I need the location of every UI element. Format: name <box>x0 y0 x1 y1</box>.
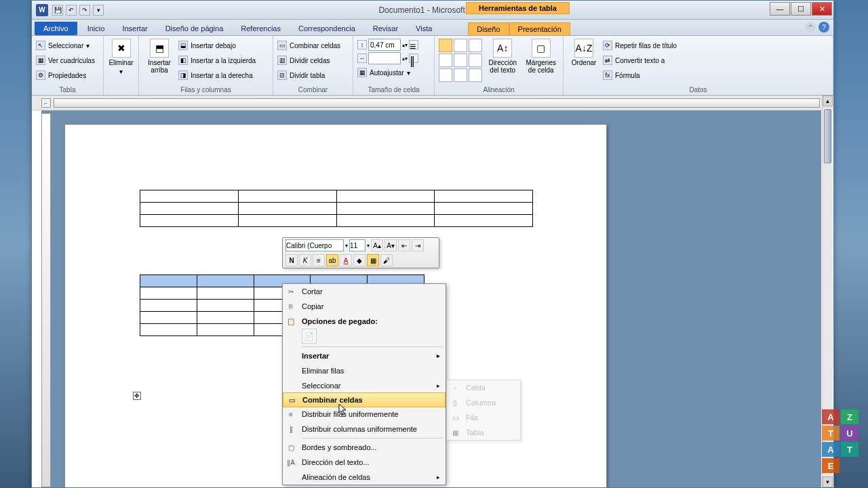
tab-vista[interactable]: Vista <box>407 22 441 35</box>
minimize-button[interactable]: — <box>770 2 790 16</box>
ctx-distribute-rows[interactable]: ≡Distribuir filas uniformemente <box>283 407 446 422</box>
insert-above-button[interactable]: ⬒ Insertar arriba <box>143 39 176 74</box>
ruler-corner[interactable]: ⌐ <box>41 98 51 108</box>
tab-referencias[interactable]: Referencias <box>232 22 290 35</box>
undo-icon[interactable]: ↶ <box>66 5 77 16</box>
ctx-insert[interactable]: Insertar▸ <box>283 348 446 363</box>
scroll-down-icon[interactable]: ▼ <box>823 476 833 487</box>
size-dropdown-icon[interactable]: ▾ <box>367 243 370 249</box>
tab-inicio[interactable]: Inicio <box>79 22 114 35</box>
border-icon[interactable]: ▦ <box>367 254 379 266</box>
submenu-row[interactable]: ▭Fila <box>447 410 520 425</box>
properties-button[interactable]: ⚙Propiedades <box>36 68 95 82</box>
insert-right-button[interactable]: ◨Insertar a la derecha <box>178 68 256 82</box>
align-bot-left[interactable] <box>439 68 452 82</box>
split-table-icon: ⊟ <box>277 70 287 80</box>
ctx-select[interactable]: Seleccionar▸ <box>283 378 446 393</box>
horizontal-ruler[interactable] <box>54 98 820 108</box>
tab-insertar[interactable]: Insertar <box>113 22 156 35</box>
ctx-delete-rows[interactable]: Eliminar filas <box>283 363 446 378</box>
insert-left-button[interactable]: ◧Insertar a la izquierda <box>178 54 256 67</box>
text-direction-button[interactable]: A↕ Dirección del texto <box>485 39 521 74</box>
window-controls: — ☐ ✕ <box>769 2 832 16</box>
scroll-thumb[interactable] <box>824 109 831 163</box>
ctx-borders[interactable]: ▢Bordes y sombreado... <box>283 440 446 455</box>
increase-indent-icon[interactable]: ⇥ <box>412 239 424 251</box>
delete-button[interactable]: ✖ Eliminar▾ <box>108 39 134 75</box>
ctx-copy[interactable]: ⎘Copiar <box>283 299 446 314</box>
format-painter-icon[interactable]: 🖌 <box>380 254 393 266</box>
formula-button[interactable]: fxFórmula <box>603 68 677 82</box>
grow-font-icon[interactable]: A▴ <box>371 239 383 251</box>
merge-icon: ▭ <box>286 394 297 405</box>
highlight-icon[interactable]: ab <box>326 254 338 266</box>
autofit-button[interactable]: ▦Autoajustar ▾ <box>357 66 418 79</box>
align-bot-right[interactable] <box>469 68 482 82</box>
merge-icon: ▭ <box>277 41 287 50</box>
tab-diseno-pagina[interactable]: Diseño de página <box>157 22 233 35</box>
help-icon[interactable]: ? <box>818 22 829 33</box>
shrink-font-icon[interactable]: A▾ <box>384 239 397 251</box>
dist-cols-icon[interactable]: ‖ <box>409 54 418 63</box>
italic-icon[interactable]: K <box>299 254 311 266</box>
tab-file[interactable]: Archivo <box>35 22 77 35</box>
ctx-distribute-cols[interactable]: ‖Distribuir columnas uniformemente <box>283 422 446 436</box>
ctx-merge-cells[interactable]: ▭Combinar celdas <box>283 392 446 407</box>
group-data: A↓Z Ordenar ⟳Repetir filas de título ⇄Co… <box>564 36 833 95</box>
document-table-1[interactable] <box>140 190 533 227</box>
redo-icon[interactable]: ↷ <box>79 5 90 16</box>
maximize-button[interactable]: ☐ <box>791 2 811 16</box>
table-move-handle[interactable]: ✥ <box>133 392 141 400</box>
group-tabla: ↖Seleccionar ▾ ▦Ver cuadrículas ⚙Propied… <box>32 36 104 95</box>
align-bot-center[interactable] <box>454 68 467 82</box>
split-cells-button[interactable]: ▥Dividir celdas <box>277 54 340 67</box>
table-icon: ▦ <box>450 427 460 438</box>
center-icon[interactable]: ≡ <box>313 254 325 266</box>
cell-margins-button[interactable]: ▢ Márgenes de celda <box>524 39 559 74</box>
align-mid-right[interactable] <box>469 54 482 67</box>
split-table-button[interactable]: ⊟Dividir tabla <box>277 68 340 82</box>
scroll-up-icon[interactable]: ▲ <box>823 96 833 106</box>
view-gridlines-button[interactable]: ▦Ver cuadrículas <box>36 54 95 67</box>
dist-rows-icon[interactable]: ≡ <box>409 40 418 49</box>
insert-below-button[interactable]: ⬓Insertar debajo <box>178 39 256 52</box>
submenu-column[interactable]: ▯Columna <box>447 395 520 410</box>
font-size-input[interactable] <box>349 239 366 251</box>
font-family-input[interactable] <box>285 239 344 251</box>
submenu-cell[interactable]: ▫Celda <box>447 380 520 395</box>
tab-diseno[interactable]: Diseño <box>468 22 509 35</box>
save-icon[interactable]: 💾 <box>52 5 63 16</box>
bold-icon[interactable]: N <box>285 254 298 266</box>
collapse-ribbon-icon[interactable]: ⌃ <box>805 22 816 33</box>
merge-cells-button[interactable]: ▭Combinar celdas <box>277 39 340 52</box>
tab-revisar[interactable]: Revisar <box>364 22 407 35</box>
convert-text-button[interactable]: ⇄Convertir texto a <box>603 54 677 67</box>
group-rows-cols: ⬒ Insertar arriba ⬓Insertar debajo ◧Inse… <box>139 36 273 95</box>
col-width-input[interactable]: ↔ ▴▾ ‖ <box>357 52 418 64</box>
fill-icon[interactable]: ◆ <box>353 254 366 266</box>
sort-button[interactable]: A↓Z Ordenar <box>568 39 600 66</box>
decrease-indent-icon[interactable]: ⇤ <box>398 239 410 251</box>
paste-option-1[interactable]: 📄 <box>302 329 317 344</box>
qat-more-icon[interactable]: ▾ <box>93 5 104 16</box>
close-button[interactable]: ✕ <box>812 2 832 16</box>
vertical-ruler[interactable] <box>41 113 51 487</box>
font-dropdown-icon[interactable]: ▾ <box>345 243 348 249</box>
align-mid-left[interactable] <box>439 54 452 67</box>
align-mid-center[interactable] <box>454 54 467 67</box>
submenu-arrow-icon: ▸ <box>437 474 440 481</box>
font-color-icon[interactable]: A <box>340 254 352 266</box>
grid-icon: ▦ <box>36 56 45 65</box>
align-top-right[interactable] <box>469 39 482 52</box>
ctx-cut[interactable]: ✂Cortar <box>283 284 446 299</box>
tab-correspondencia[interactable]: Correspondencia <box>290 22 364 35</box>
align-top-left[interactable] <box>439 39 452 52</box>
repeat-header-button[interactable]: ⟳Repetir filas de título <box>603 39 677 52</box>
ctx-text-direction[interactable]: ∥ADirección del texto... <box>283 455 446 470</box>
tab-presentacion[interactable]: Presentación <box>509 22 570 35</box>
select-button[interactable]: ↖Seleccionar ▾ <box>36 39 95 52</box>
row-height-input[interactable]: ↕ ▴▾ ≡ <box>357 39 418 51</box>
ctx-cell-alignment[interactable]: Alineación de celdas▸ <box>283 470 446 485</box>
align-top-center[interactable] <box>454 39 467 52</box>
submenu-table[interactable]: ▦Tabla <box>447 425 520 440</box>
